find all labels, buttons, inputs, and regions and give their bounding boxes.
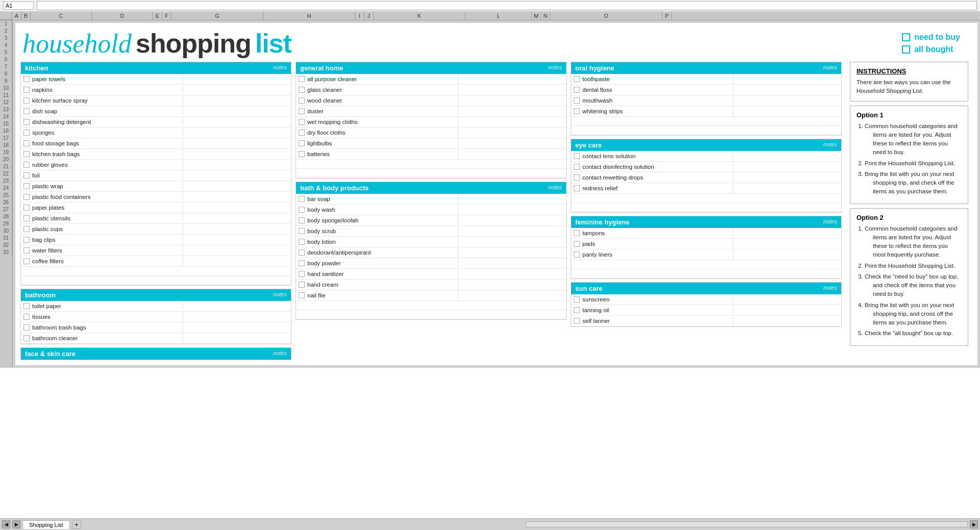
item-notes[interactable] [183,117,290,127]
item-checkbox[interactable] [23,97,30,104]
item-notes[interactable] [183,107,290,116]
item-checkbox[interactable] [23,183,30,189]
item-notes[interactable] [183,96,290,105]
item-checkbox[interactable] [299,239,305,245]
col-A[interactable]: A [12,12,21,20]
item-checkbox[interactable] [574,251,580,258]
item-notes[interactable] [458,74,565,84]
item-notes[interactable] [183,323,290,332]
item-notes[interactable] [183,203,290,212]
item-notes[interactable] [183,235,290,244]
item-notes[interactable] [183,160,290,169]
item-notes[interactable] [733,184,840,193]
item-checkbox[interactable] [574,153,580,159]
item-checkbox[interactable] [23,162,30,168]
item-notes[interactable] [183,301,290,311]
item-notes[interactable] [183,85,290,94]
item-checkbox[interactable] [299,151,305,157]
item-checkbox[interactable] [574,174,580,181]
item-checkbox[interactable] [23,151,30,157]
item-checkbox[interactable] [23,172,30,179]
item-checkbox[interactable] [574,230,580,236]
col-B[interactable]: B [21,12,31,20]
item-notes[interactable] [733,96,840,105]
item-notes[interactable] [183,334,290,343]
item-notes[interactable] [733,74,840,84]
col-K[interactable]: K [374,12,465,20]
col-L[interactable]: L [465,12,532,20]
item-notes[interactable] [733,162,840,171]
all-bought-checkbox[interactable] [902,45,910,54]
horizontal-scrollbar[interactable]: ◀ ▶ Shopping List + ▶ [0,519,980,530]
item-checkbox[interactable] [299,119,305,125]
item-checkbox[interactable] [574,318,580,324]
item-notes[interactable] [458,85,565,94]
col-F[interactable]: F [162,12,172,20]
col-C[interactable]: C [31,12,92,20]
need-to-buy-checkbox[interactable] [902,33,910,41]
item-checkbox[interactable] [299,282,305,288]
sheet-area[interactable]: 1 2 3 4 5 6 7 8 9 10 11 12 13 14 15 16 1… [0,20,980,518]
item-notes[interactable] [183,128,290,137]
item-checkbox[interactable] [23,76,30,82]
item-notes[interactable] [733,306,840,315]
h-scroll-track[interactable] [526,521,968,527]
item-checkbox[interactable] [299,76,305,82]
item-checkbox[interactable] [574,185,580,191]
item-notes[interactable] [458,237,565,246]
scroll-left-btn[interactable]: ◀ [2,520,10,528]
item-notes[interactable] [458,291,565,300]
item-checkbox[interactable] [574,296,580,302]
item-checkbox[interactable] [23,303,30,309]
item-notes[interactable] [733,229,840,238]
item-notes[interactable] [183,312,290,321]
item-checkbox[interactable] [23,324,30,331]
item-checkbox[interactable] [574,241,580,247]
item-checkbox[interactable] [23,140,30,146]
item-checkbox[interactable] [299,271,305,277]
item-checkbox[interactable] [299,97,305,104]
col-H[interactable]: H [263,12,355,20]
item-notes[interactable] [183,214,290,223]
item-notes[interactable] [733,295,840,304]
item-notes[interactable] [458,194,565,204]
item-checkbox[interactable] [574,164,580,170]
item-notes[interactable] [183,139,290,148]
item-notes[interactable] [458,216,565,225]
item-checkbox[interactable] [299,108,305,114]
item-notes[interactable] [183,74,290,84]
item-notes[interactable] [458,149,565,159]
col-O[interactable]: O [550,12,663,20]
col-G[interactable]: G [172,12,263,20]
col-D[interactable]: D [92,12,153,20]
item-checkbox[interactable] [23,258,30,264]
item-notes[interactable] [733,85,840,94]
item-notes[interactable] [458,117,565,127]
item-checkbox[interactable] [299,196,305,202]
item-notes[interactable] [458,280,565,289]
item-notes[interactable] [458,226,565,236]
item-notes[interactable] [183,171,290,180]
item-checkbox[interactable] [23,205,30,211]
item-checkbox[interactable] [299,130,305,136]
item-notes[interactable] [458,107,565,116]
item-notes[interactable] [183,149,290,159]
item-notes[interactable] [733,107,840,116]
item-checkbox[interactable] [299,140,305,146]
item-notes[interactable] [458,259,565,268]
item-notes[interactable] [458,139,565,148]
col-N[interactable]: N [541,12,550,20]
scroll-right2-btn[interactable]: ▶ [970,520,978,528]
item-checkbox[interactable] [23,130,30,136]
item-checkbox[interactable] [574,108,580,114]
item-notes[interactable] [183,224,290,234]
item-notes[interactable] [733,173,840,182]
item-notes[interactable] [733,316,840,325]
item-checkbox[interactable] [299,87,305,93]
scroll-right-btn[interactable]: ▶ [12,520,20,528]
item-notes[interactable] [733,250,840,259]
item-notes[interactable] [458,205,565,214]
item-notes[interactable] [458,248,565,257]
item-notes[interactable] [458,96,565,105]
col-J[interactable]: J [364,12,374,20]
